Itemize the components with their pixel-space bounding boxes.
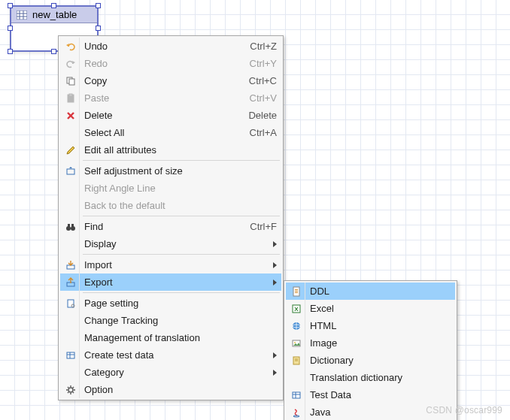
submenu-arrow-icon — [273, 241, 277, 247]
blank-icon — [63, 366, 78, 379]
menu-icon-gutter — [79, 38, 80, 398]
svg-rect-0 — [17, 11, 27, 20]
resize-handle-tr[interactable] — [96, 3, 101, 8]
svg-rect-8 — [69, 94, 72, 96]
menu-item-label: Import — [84, 259, 267, 270]
binoculars-icon — [63, 220, 78, 234]
menu-item-shortcut: Ctrl+F — [250, 221, 277, 232]
menu-item-shortcut: Ctrl+Z — [250, 41, 277, 52]
resize-handle-bl[interactable] — [8, 49, 13, 54]
blank-icon — [63, 199, 78, 213]
svg-rect-46 — [293, 392, 300, 398]
menu-item-label: Change Tracking — [84, 315, 277, 326]
menu-item-create-test-data[interactable]: Create test data — [60, 346, 281, 364]
test-data-icon — [63, 349, 78, 362]
menu-item-label: Right Angle Line — [84, 183, 277, 194]
menu-item-translation-dictionary[interactable]: Translation dictionary — [286, 369, 455, 386]
menu-item-dictionary[interactable]: Dictionary — [286, 352, 455, 369]
java-icon — [289, 406, 304, 419]
menu-item-shortcut: Ctrl+Y — [250, 58, 277, 69]
resize-handle-tl[interactable] — [8, 3, 13, 8]
menu-item-shortcut: Delete — [248, 110, 277, 121]
gear-icon — [63, 383, 78, 397]
menu-item-ddl[interactable]: DDL — [286, 283, 455, 300]
svg-rect-11 — [67, 169, 74, 174]
menu-item-shortcut: Ctrl+V — [250, 92, 277, 104]
menu-item-copy[interactable]: CopyCtrl+C — [60, 72, 281, 89]
table-entity-header[interactable]: new_table — [11, 7, 97, 23]
resize-handle-ml[interactable] — [8, 26, 13, 31]
menu-item-label: Translation dictionary — [310, 372, 451, 383]
menu-item-change-tracking[interactable]: Change Tracking — [60, 312, 281, 329]
menu-item-label: Display — [84, 238, 267, 249]
blank-icon — [63, 182, 78, 195]
import-icon — [63, 258, 78, 272]
blank-icon — [63, 237, 78, 251]
submenu-arrow-icon — [273, 262, 277, 268]
menu-item-label: Export — [84, 276, 267, 288]
menu-item-page-setting[interactable]: Page setting — [60, 295, 281, 312]
svg-line-30 — [68, 391, 68, 392]
menu-item-label: Management of translation — [84, 332, 277, 343]
menu-item-image[interactable]: Image — [286, 334, 455, 352]
table-entity-title: new_table — [32, 9, 77, 20]
svg-rect-20 — [67, 352, 74, 358]
menu-item-edit-all-attributes[interactable]: Edit all attributes — [60, 141, 281, 159]
redo-icon — [63, 57, 78, 71]
resize-handle-tm[interactable] — [51, 3, 56, 8]
menu-separator — [83, 292, 280, 293]
context-menu: UndoCtrl+ZRedoCtrl+YCopyCtrl+CPasteCtrl+… — [58, 35, 284, 400]
svg-text:X: X — [294, 306, 299, 313]
menu-item-management-of-translation[interactable]: Management of translation — [60, 329, 281, 346]
menu-item-import[interactable]: Import — [60, 256, 281, 273]
menu-item-label: Page setting — [84, 298, 277, 309]
menu-item-category[interactable]: Category — [60, 364, 281, 381]
delete-icon — [63, 109, 78, 122]
menu-item-label: Paste — [84, 92, 242, 104]
menu-separator — [83, 160, 280, 161]
menu-item-option[interactable]: Option — [60, 381, 281, 398]
menu-item-label: Redo — [84, 58, 242, 69]
menu-item-display[interactable]: Display — [60, 235, 281, 252]
svg-rect-35 — [295, 292, 298, 293]
menu-item-label: Find — [84, 221, 242, 232]
menu-item-back-to-the-default: Back to the default — [60, 197, 281, 214]
menu-item-label: Excel — [310, 303, 451, 314]
menu-item-undo[interactable]: UndoCtrl+Z — [60, 38, 281, 55]
menu-item-shortcut: Ctrl+C — [249, 75, 277, 86]
image-icon — [289, 337, 304, 350]
menu-item-label: Edit all attributes — [84, 144, 277, 156]
svg-point-49 — [293, 415, 299, 417]
resize-handle-mr[interactable] — [96, 26, 101, 31]
menu-separator — [83, 216, 280, 216]
menu-item-label: Dictionary — [310, 355, 451, 366]
menu-item-test-data[interactable]: Test Data — [286, 386, 455, 403]
menu-item-label: Self adjustment of size — [84, 165, 277, 177]
blank-icon — [289, 371, 304, 385]
menu-item-shortcut: Ctrl+A — [250, 127, 277, 138]
watermark: CSDN @oscar999 — [426, 405, 502, 415]
blank-icon — [63, 331, 78, 345]
menu-item-label: Delete — [84, 110, 241, 121]
submenu-arrow-icon — [273, 370, 277, 376]
menu-item-label: Test Data — [310, 389, 451, 400]
svg-line-31 — [73, 387, 74, 388]
menu-item-delete[interactable]: DeleteDelete — [60, 107, 281, 124]
menu-item-select-all[interactable]: Select AllCtrl+A — [60, 124, 281, 141]
menu-item-label: Option — [84, 384, 277, 395]
menu-item-self-adjustment-of-size[interactable]: Self adjustment of size — [60, 162, 281, 180]
paste-icon — [63, 92, 78, 105]
menu-item-find[interactable]: FindCtrl+F — [60, 218, 281, 235]
submenu-arrow-icon — [273, 352, 277, 358]
svg-rect-34 — [295, 291, 298, 292]
menu-item-label: Category — [84, 367, 267, 378]
menu-item-label: HTML — [310, 320, 451, 331]
dictionary-icon — [289, 354, 304, 367]
menu-item-export[interactable]: Export — [60, 273, 281, 291]
submenu-icon-gutter — [305, 283, 305, 420]
svg-rect-6 — [69, 79, 74, 85]
menu-item-excel[interactable]: XExcel — [286, 300, 455, 317]
resize-handle-bm[interactable] — [51, 49, 56, 54]
menu-item-html[interactable]: HTML — [286, 317, 455, 334]
menu-item-label: Copy — [84, 75, 241, 86]
